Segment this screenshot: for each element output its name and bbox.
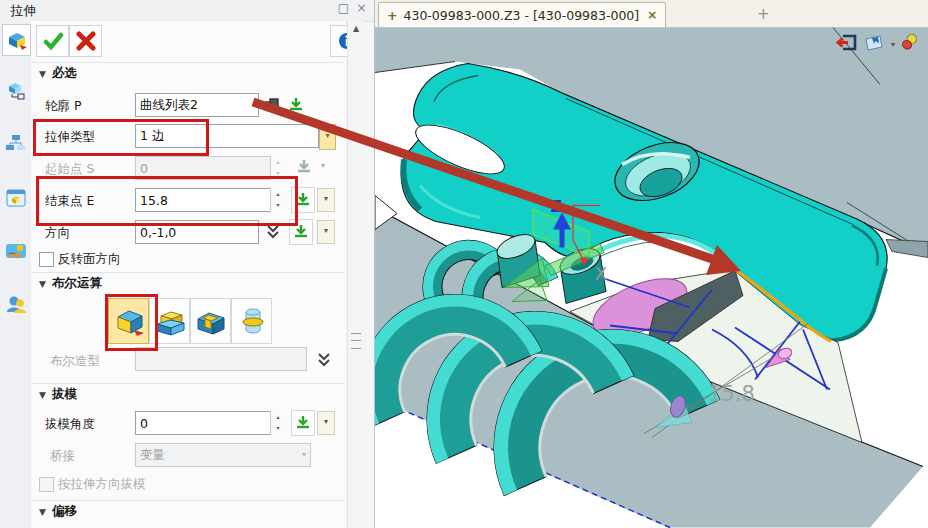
direction-reuse-arrow-icon[interactable]	[289, 219, 313, 245]
end-point-label: 结束点 E	[45, 193, 94, 210]
dialog-titlebar[interactable]: 拉伸 □ ×	[0, 0, 374, 22]
chevron-down-icon: ▾	[325, 131, 329, 140]
draft-by-direction-checkbox[interactable]	[39, 477, 54, 492]
boolean-double-chevron-icon[interactable]	[313, 348, 335, 372]
notebook-icon[interactable]	[863, 33, 885, 56]
panel-scrollbar[interactable]: ▲	[347, 21, 364, 528]
extrude-type-label: 拉伸类型	[45, 129, 95, 146]
close-icon[interactable]: ×	[353, 1, 370, 18]
flip-face-label: 反转面方向	[58, 251, 121, 268]
draft-angle-input[interactable]	[135, 411, 285, 435]
draft-by-direction-label: 按拉伸方向拔模	[58, 476, 146, 493]
boolean-remove-button[interactable]	[190, 298, 231, 344]
end-point-input[interactable]	[135, 188, 285, 212]
chevron-down-icon: ▾	[302, 444, 306, 466]
direction-dropdown-button[interactable]: ▾	[317, 220, 335, 244]
profile-input[interactable]	[135, 93, 259, 117]
cancel-button[interactable]	[69, 25, 102, 57]
ok-button[interactable]	[36, 25, 69, 57]
document-tab-title: 430-09983-000.Z3 - [430-09983-000]	[403, 8, 639, 23]
end-dropdown-button[interactable]: ▾	[317, 188, 335, 212]
restore-icon[interactable]: □	[335, 1, 352, 18]
3d-canvas[interactable]: Z X 15.8	[375, 27, 928, 528]
x-axis-label: X	[595, 263, 607, 284]
collapse-icon: ▼	[39, 69, 46, 79]
boolean-shape-input[interactable]	[135, 347, 307, 371]
draft-dropdown-button[interactable]: ▾	[317, 411, 335, 435]
dialog-sidebar	[0, 21, 32, 528]
section-required[interactable]: ▼必选	[31, 62, 344, 85]
scroll-up-icon[interactable]: ▲	[348, 21, 364, 37]
new-tab-icon[interactable]: +	[757, 5, 770, 23]
reference-geometry-icon[interactable]	[2, 76, 29, 106]
exit-icon[interactable]	[836, 33, 857, 56]
section-boolean[interactable]: ▼布尔运算	[31, 272, 344, 295]
bridge-label: 桥接	[50, 448, 75, 465]
extrude-type-combo[interactable]: 1 边	[135, 124, 319, 148]
dialog-content: ▼必选 轮廓 P 拉伸类型 1 边 ▾ 起始点 S ▴▾ ▾ 结束点 E ▴▾	[31, 21, 346, 528]
direction-label: 方向	[45, 225, 70, 242]
end-reuse-arrow-icon[interactable]	[291, 187, 315, 213]
draft-angle-label: 拔模角度	[45, 416, 95, 433]
dialog-title: 拉伸	[10, 2, 36, 20]
z-axis-label: Z	[550, 197, 562, 216]
render-image-icon[interactable]	[2, 236, 29, 266]
start-point-input[interactable]	[135, 156, 285, 180]
start-point-spinner[interactable]: ▴▾	[270, 156, 285, 180]
direction-input[interactable]	[135, 220, 259, 244]
section-offset[interactable]: ▼偏移	[31, 500, 344, 523]
draft-angle-spinner[interactable]: ▴▾	[270, 411, 285, 435]
application-window: 拉伸 □ ×	[0, 0, 928, 528]
boolean-buttons-row	[31, 298, 344, 346]
hierarchy-icon[interactable]	[2, 128, 29, 158]
extrude-type-dropdown[interactable]: ▾	[319, 124, 336, 150]
boolean-intersect-button[interactable]	[231, 298, 272, 344]
start-point-label: 起始点 S	[45, 161, 94, 178]
extrude-tool-icon[interactable]	[2, 24, 31, 56]
dimension-value: 15.8	[708, 382, 755, 406]
start-dropdown-icon: ▾	[321, 161, 325, 170]
extrude-dialog: 拉伸 □ ×	[0, 0, 375, 528]
eraser-icon[interactable]	[901, 33, 920, 56]
document-tabbar: + 430-09983-000.Z3 - [430-09983-000] × +	[375, 0, 928, 28]
feature-window-icon[interactable]	[2, 183, 29, 213]
flip-face-checkbox[interactable]	[39, 252, 54, 267]
profile-label: 轮廓 P	[45, 98, 82, 115]
double-chevron-icon[interactable]	[262, 220, 284, 244]
draft-reuse-arrow-icon[interactable]	[291, 410, 315, 436]
viewport: + 430-09983-000.Z3 - [430-09983-000] × +	[375, 0, 928, 528]
bridge-combo[interactable]: 变量▾	[135, 443, 311, 467]
document-tab[interactable]: + 430-09983-000.Z3 - [430-09983-000] ×	[378, 2, 666, 27]
boolean-add-button[interactable]	[149, 298, 190, 344]
boolean-shape-label: 布尔造型	[50, 353, 100, 370]
boolean-base-button[interactable]	[108, 298, 149, 344]
scrollbar-grip[interactable]	[351, 333, 361, 349]
viewport-toolbar: ▾	[836, 33, 920, 56]
tab-close-icon[interactable]: ×	[647, 8, 657, 22]
section-draft[interactable]: ▼拔模	[31, 383, 344, 406]
pin-icon[interactable]: +	[387, 8, 397, 23]
copy-icon[interactable]	[261, 93, 283, 117]
notebook-dropdown-icon[interactable]: ▾	[891, 40, 895, 49]
user-icon[interactable]	[2, 289, 29, 319]
reuse-arrow-icon[interactable]	[285, 93, 307, 117]
reuse-arrow-icon-disabled	[293, 155, 315, 179]
end-point-spinner[interactable]: ▴▾	[270, 188, 285, 212]
